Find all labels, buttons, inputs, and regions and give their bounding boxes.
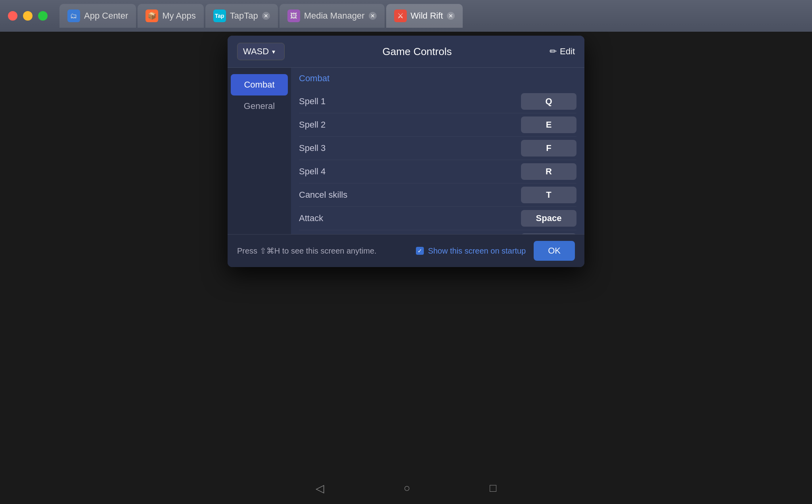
- close-button[interactable]: [8, 11, 17, 21]
- minimize-button[interactable]: [23, 11, 33, 21]
- sidebar-item-general[interactable]: General: [228, 95, 291, 117]
- tab-taptap-label: TapTap: [230, 11, 258, 21]
- dialog-footer: Press ⇧⌘H to see this screen anytime. ✓ …: [228, 234, 584, 267]
- control-row-spell1: Spell 1 Q: [299, 90, 576, 113]
- wasd-value: WASD: [243, 46, 269, 57]
- dropdown-chevron-icon: ▾: [272, 48, 275, 55]
- control-label-spell3: Spell 3: [299, 143, 521, 153]
- main-content: WASD ▾ Game Controls ✏ Edit Combat Ge: [0, 32, 812, 504]
- tab-app-center-label: App Center: [84, 11, 128, 21]
- tab-taptap-close[interactable]: ✕: [262, 12, 270, 20]
- control-label-spell1: Spell 1: [299, 96, 521, 107]
- tab-app-center[interactable]: 🗂 App Center: [59, 4, 136, 28]
- tab-wild-rift[interactable]: ⚔ Wild Rift ✕: [386, 4, 463, 28]
- tab-taptap[interactable]: Tap TapTap ✕: [205, 4, 278, 28]
- taptap-icon: Tap: [213, 10, 226, 22]
- key-spell4[interactable]: R: [521, 163, 576, 180]
- control-label-cancel: Cancel skills: [299, 190, 521, 200]
- show-on-startup-checkbox[interactable]: ✓ Show this screen on startup: [416, 246, 526, 256]
- control-row-cancel: Cancel skills T: [299, 183, 576, 207]
- media-icon: 🖼: [287, 10, 300, 22]
- wasd-dropdown[interactable]: WASD ▾: [237, 43, 285, 60]
- tab-wild-rift-label: Wild Rift: [411, 11, 443, 21]
- edit-button[interactable]: ✏ Edit: [550, 46, 575, 57]
- edit-pencil-icon: ✏: [550, 46, 557, 57]
- tab-media-label: Media Manager: [304, 11, 365, 21]
- checkbox-label: Show this screen on startup: [428, 246, 526, 256]
- dialog-header: WASD ▾ Game Controls ✏ Edit: [228, 36, 584, 68]
- control-row-attack-minions: Attack minions N: [299, 230, 576, 234]
- checkbox-icon: ✓: [416, 247, 424, 255]
- sidebar-item-combat[interactable]: Combat: [231, 74, 288, 95]
- key-attack[interactable]: Space: [521, 210, 576, 227]
- traffic-lights: [8, 11, 48, 21]
- nav-home-button[interactable]: ○: [404, 482, 410, 494]
- key-cancel[interactable]: T: [521, 187, 576, 203]
- control-row-attack: Attack Space: [299, 207, 576, 230]
- key-spell3[interactable]: F: [521, 140, 576, 157]
- window-chrome: 🗂 App Center 📦 My Apps Tap TapTap ✕ 🖼 Me…: [0, 0, 812, 32]
- android-nav-bar: ◁ ○ □: [0, 472, 812, 504]
- nav-recents-button[interactable]: □: [490, 482, 496, 494]
- control-label-attack: Attack: [299, 213, 521, 223]
- game-controls-dialog: WASD ▾ Game Controls ✏ Edit Combat Ge: [228, 36, 584, 267]
- ok-button[interactable]: OK: [534, 241, 575, 261]
- section-title-combat: Combat: [299, 72, 576, 85]
- dialog-title: Game Controls: [285, 46, 550, 58]
- control-row-spell4: Spell 4 R: [299, 160, 576, 183]
- controls-list: Combat Spell 1 Q Spell 2 E Spell 3 F S: [291, 68, 584, 234]
- app-center-icon: 🗂: [67, 10, 80, 22]
- tab-my-apps-label: My Apps: [162, 11, 195, 21]
- device-area: WASD ▾ Game Controls ✏ Edit Combat Ge: [0, 32, 812, 504]
- edit-label: Edit: [560, 46, 575, 57]
- tab-wild-rift-close[interactable]: ✕: [447, 12, 455, 20]
- tab-media-manager[interactable]: 🖼 Media Manager ✕: [280, 4, 385, 28]
- control-row-spell2: Spell 2 E: [299, 113, 576, 137]
- control-label-spell4: Spell 4: [299, 166, 521, 177]
- tab-my-apps[interactable]: 📦 My Apps: [138, 4, 203, 28]
- maximize-button[interactable]: [38, 11, 48, 21]
- tab-media-close[interactable]: ✕: [369, 12, 377, 20]
- key-spell2[interactable]: E: [521, 116, 576, 133]
- my-apps-icon: 📦: [146, 10, 158, 22]
- key-spell1[interactable]: Q: [521, 93, 576, 110]
- tab-bar: 🗂 App Center 📦 My Apps Tap TapTap ✕ 🖼 Me…: [59, 4, 804, 28]
- wild-rift-icon: ⚔: [394, 10, 407, 22]
- control-label-spell2: Spell 2: [299, 120, 521, 130]
- sidebar: Combat General: [228, 68, 291, 234]
- footer-hint: Press ⇧⌘H to see this screen anytime.: [237, 246, 408, 256]
- nav-back-button[interactable]: ◁: [316, 482, 324, 495]
- key-attack-minions[interactable]: N: [521, 233, 576, 234]
- control-row-spell3: Spell 3 F: [299, 137, 576, 160]
- dialog-body: Combat General Combat Spell 1 Q Spell 2: [228, 68, 584, 234]
